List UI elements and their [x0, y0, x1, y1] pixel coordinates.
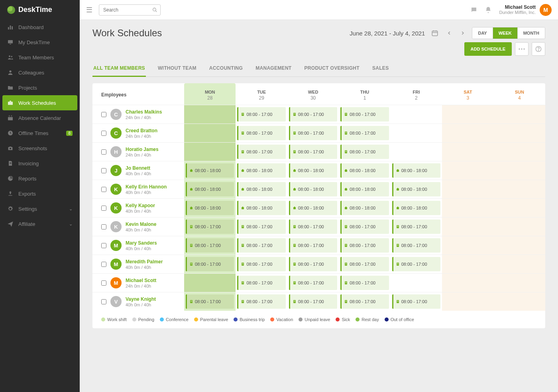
- sidebar-item-absence-calendar[interactable]: Absence Calendar: [0, 110, 80, 125]
- schedule-cell[interactable]: [391, 124, 442, 142]
- shift-block[interactable]: 08:00 - 18:00: [289, 163, 337, 178]
- schedule-cell[interactable]: [494, 161, 545, 180]
- schedule-cell[interactable]: 08:00 - 17:00: [391, 236, 442, 255]
- schedule-cell[interactable]: [442, 292, 493, 311]
- employee-checkbox[interactable]: [101, 187, 106, 192]
- tab-without-team[interactable]: WITHOUT TEAM: [157, 61, 197, 77]
- schedule-cell[interactable]: 08:00 - 18:00: [339, 161, 390, 180]
- search-icon[interactable]: [152, 7, 157, 12]
- shift-block[interactable]: 08:00 - 18:00: [392, 182, 440, 196]
- shift-block[interactable]: 08:00 - 18:00: [237, 201, 285, 215]
- schedule-cell[interactable]: [442, 218, 493, 236]
- schedule-cell[interactable]: [494, 124, 545, 142]
- schedule-cell[interactable]: [442, 124, 493, 142]
- schedule-cell[interactable]: 08:00 - 17:00: [391, 292, 442, 311]
- schedule-cell[interactable]: [184, 105, 236, 123]
- schedule-cell[interactable]: 08:00 - 18:00: [391, 199, 442, 217]
- shift-block[interactable]: 08:00 - 17:00: [340, 276, 389, 290]
- schedule-cell[interactable]: 08:00 - 17:00: [236, 255, 287, 273]
- employee-name[interactable]: Kelly Erin Hannon: [126, 184, 167, 190]
- schedule-cell[interactable]: [494, 199, 545, 217]
- shift-block[interactable]: 08:00 - 17:00: [289, 220, 337, 234]
- shift-block[interactable]: 08:00 - 17:00: [237, 126, 285, 140]
- schedule-cell[interactable]: [494, 274, 545, 292]
- sidebar-item-invoicing[interactable]: Invoicing: [0, 156, 80, 171]
- sidebar-item-offline-times[interactable]: Offline Times8: [0, 125, 80, 141]
- employee-name[interactable]: Creed Bratton: [126, 128, 157, 133]
- shift-block[interactable]: 08:00 - 17:00: [237, 145, 285, 159]
- schedule-cell[interactable]: [442, 236, 493, 255]
- schedule-cell[interactable]: [391, 274, 442, 292]
- schedule-cell[interactable]: 08:00 - 17:00: [236, 105, 287, 123]
- schedule-cell[interactable]: 08:00 - 18:00: [287, 199, 339, 217]
- shift-block[interactable]: 08:00 - 17:00: [237, 276, 285, 290]
- schedule-cell[interactable]: 08:00 - 17:00: [236, 292, 287, 311]
- employee-name[interactable]: Horatio James: [126, 147, 159, 152]
- add-schedule-button[interactable]: ADD SCHEDULE: [464, 42, 512, 56]
- schedule-cell[interactable]: [494, 180, 545, 198]
- shift-block[interactable]: 08:00 - 17:00: [340, 257, 389, 271]
- schedule-cell[interactable]: 08:00 - 17:00: [339, 105, 390, 123]
- shift-block[interactable]: 08:00 - 17:00: [186, 220, 234, 234]
- schedule-cell[interactable]: 08:00 - 17:00: [287, 236, 339, 255]
- schedule-cell[interactable]: 08:00 - 18:00: [391, 161, 442, 180]
- employee-checkbox[interactable]: [101, 206, 106, 211]
- shift-block[interactable]: 08:00 - 17:00: [340, 145, 389, 159]
- employee-checkbox[interactable]: [101, 112, 106, 117]
- tab-sales[interactable]: SALES: [371, 61, 390, 77]
- schedule-cell[interactable]: [494, 255, 545, 273]
- shift-block[interactable]: 08:00 - 18:00: [340, 163, 389, 178]
- schedule-cell[interactable]: 08:00 - 17:00: [236, 218, 287, 236]
- employee-name[interactable]: Mary Sanders: [126, 240, 157, 246]
- brand-logo[interactable]: DeskTime: [0, 0, 80, 20]
- search-input[interactable]: [99, 4, 161, 16]
- sidebar-item-colleagues[interactable]: Colleagues: [0, 65, 80, 80]
- employee-checkbox[interactable]: [101, 149, 106, 155]
- schedule-cell[interactable]: 08:00 - 18:00: [184, 180, 236, 198]
- schedule-cell[interactable]: 08:00 - 17:00: [287, 124, 339, 142]
- schedule-cell[interactable]: 08:00 - 17:00: [339, 218, 390, 236]
- more-options-button[interactable]: [515, 42, 529, 56]
- next-week-icon[interactable]: [458, 29, 467, 37]
- view-week-button[interactable]: WEEK: [493, 27, 517, 39]
- shift-block[interactable]: 08:00 - 17:00: [237, 294, 285, 309]
- schedule-cell[interactable]: 08:00 - 18:00: [236, 180, 287, 198]
- shift-block[interactable]: 08:00 - 17:00: [392, 294, 440, 309]
- schedule-cell[interactable]: [391, 143, 442, 161]
- schedule-cell[interactable]: 08:00 - 17:00: [184, 218, 236, 236]
- hamburger-icon[interactable]: ☰: [86, 6, 92, 14]
- view-month-button[interactable]: MONTH: [517, 27, 545, 39]
- schedule-cell[interactable]: [494, 236, 545, 255]
- shift-block[interactable]: 08:00 - 17:00: [289, 238, 337, 253]
- schedule-cell[interactable]: 08:00 - 17:00: [287, 292, 339, 311]
- schedule-cell[interactable]: 08:00 - 17:00: [236, 143, 287, 161]
- shift-block[interactable]: 08:00 - 17:00: [340, 238, 389, 253]
- shift-block[interactable]: 08:00 - 17:00: [392, 238, 440, 253]
- user-menu[interactable]: Michael Scott Dunder Mifflin, Inc. M: [499, 4, 552, 16]
- view-day-button[interactable]: DAY: [472, 27, 492, 39]
- shift-block[interactable]: 08:00 - 18:00: [340, 182, 389, 196]
- shift-block[interactable]: 08:00 - 17:00: [392, 257, 440, 271]
- shift-block[interactable]: 08:00 - 18:00: [289, 182, 337, 196]
- employee-checkbox[interactable]: [101, 243, 106, 248]
- schedule-cell[interactable]: 08:00 - 18:00: [339, 199, 390, 217]
- schedule-cell[interactable]: 08:00 - 17:00: [287, 255, 339, 273]
- schedule-cell[interactable]: 08:00 - 17:00: [339, 236, 390, 255]
- schedule-cell[interactable]: [494, 292, 545, 311]
- employee-name[interactable]: Charles Malkins: [126, 109, 162, 115]
- schedule-cell[interactable]: 08:00 - 17:00: [184, 292, 236, 311]
- schedule-cell[interactable]: [391, 105, 442, 123]
- sidebar-item-work-schedules[interactable]: Work Schedules: [2, 95, 77, 110]
- schedule-cell[interactable]: 08:00 - 18:00: [236, 199, 287, 217]
- shift-block[interactable]: 08:00 - 17:00: [340, 294, 389, 309]
- schedule-cell[interactable]: 08:00 - 17:00: [236, 236, 287, 255]
- schedule-cell[interactable]: 08:00 - 17:00: [287, 274, 339, 292]
- employee-name[interactable]: Jo Bennett: [126, 165, 151, 171]
- messages-icon[interactable]: [470, 6, 477, 14]
- schedule-cell[interactable]: 08:00 - 17:00: [339, 124, 390, 142]
- sidebar-item-my-desktime[interactable]: My DeskTime: [0, 35, 80, 50]
- shift-block[interactable]: 08:00 - 17:00: [237, 257, 285, 271]
- schedule-cell[interactable]: 08:00 - 17:00: [391, 218, 442, 236]
- shift-block[interactable]: 08:00 - 17:00: [186, 257, 234, 271]
- employee-name[interactable]: Kelly Kapoor: [126, 203, 155, 208]
